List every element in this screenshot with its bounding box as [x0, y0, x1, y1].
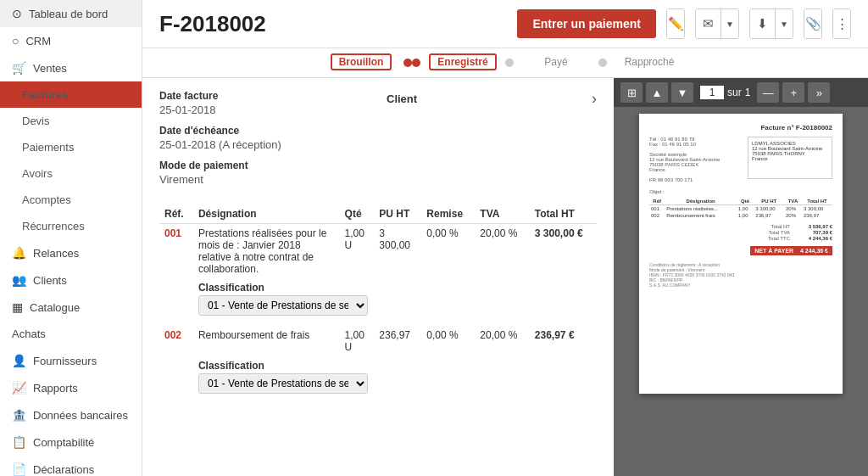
step-rapproche-label: Rapproché [625, 56, 675, 68]
step-connector-1 [403, 59, 420, 67]
cell-designation-0: Prestations réalisées pour le mois de : … [193, 224, 340, 279]
doc-totals: Total HT3 536,97 € Total TVA707,39 € Tot… [649, 224, 832, 255]
cell-pu-ht-1: 236,97 [374, 326, 421, 356]
classification-cell-1: Classification01 - Vente de Prestations … [193, 356, 597, 397]
mode-paiement-label: Mode de paiement [159, 160, 370, 171]
sidebar-item-rapports[interactable]: 📈Rapports [0, 374, 142, 401]
more-icon-btn[interactable]: ⋮ [833, 9, 850, 38]
cell-tva-1: 20,00 % [475, 326, 530, 356]
sidebar-item-tableau-de-bord[interactable]: ⊙Tableau de bord [0, 0, 142, 27]
prev-page-btn[interactable]: ▲ [646, 82, 668, 103]
sidebar-item-recurrences[interactable]: Récurrences [0, 213, 142, 239]
col-tva: TVA [475, 204, 530, 224]
step-enregistre: Enregistré [420, 53, 505, 70]
download-dropdown-btn[interactable]: ▼ [776, 9, 793, 38]
zoom-in-btn[interactable]: + [782, 82, 804, 103]
col-qte: Qté [340, 204, 375, 224]
date-facture-value: 25-01-2018 [159, 104, 370, 116]
step-brouillon: Brouillon [319, 53, 403, 70]
toggle-sidebar-btn[interactable]: ⊞ [620, 82, 643, 103]
dot-enregistre [412, 59, 420, 67]
sidebar-item-label-catalogue: Catalogue [30, 301, 80, 314]
mode-paiement-field: Mode de paiement Virement [159, 160, 370, 186]
sidebar-item-achats[interactable]: Achats [0, 321, 142, 347]
zoom-out-btn[interactable]: — [757, 82, 779, 103]
sidebar-item-avoirs[interactable]: Avoirs [0, 160, 142, 187]
sidebar-item-label-factures: Factures [22, 88, 68, 101]
doc-to: LDMYL ASSOCIES 12 rue Boulevard Saint-An… [748, 137, 832, 179]
cell-total-ht-1: 236,97 € [530, 326, 597, 356]
sidebar-item-factures[interactable]: Factures [0, 81, 142, 108]
page-input[interactable] [700, 86, 724, 99]
sidebar-item-catalogue[interactable]: ▦Catalogue [0, 294, 142, 321]
dot-brouillon [403, 59, 412, 67]
relances-icon: 🔔 [12, 246, 26, 260]
client-arrow-icon[interactable]: › [592, 90, 597, 108]
classification-select-0[interactable]: 01 - Vente de Prestations de services (7… [198, 295, 368, 316]
step-connector-2 [505, 59, 514, 67]
page-header: F-2018002 Entrer un paiement ✏️ ✉ ▼ ⬇ ▼ … [142, 0, 868, 48]
tableau-de-bord-icon: ⊙ [12, 7, 22, 20]
email-dropdown-btn[interactable]: ▼ [721, 9, 738, 38]
dot-paye [505, 59, 514, 67]
doc-footer: Conditions de règlement : A réception Mo… [649, 262, 832, 288]
status-bar: Brouillon Enregistré Payé Rapproché [142, 48, 868, 78]
ventes-icon: 🛒 [12, 61, 26, 75]
spacer-row-0 [159, 319, 597, 326]
sidebar-item-clients[interactable]: 👥Clients [0, 266, 142, 294]
sidebar-item-crm[interactable]: ○CRM [0, 27, 142, 54]
cell-total-ht-0: 3 300,00 € [530, 224, 597, 279]
classification-select-1[interactable]: 01 - Vente de Prestations de services (7… [198, 373, 368, 394]
col-ref: Réf. [159, 204, 193, 224]
classification-row-1: Classification01 - Vente de Prestations … [159, 356, 597, 397]
client-label: Client [387, 92, 417, 105]
cell-ref-0: 001 [159, 224, 193, 279]
donnees-bancaires-icon: 🏦 [12, 408, 26, 422]
cell-tva-0: 20,00 % [475, 224, 530, 279]
doc-from: Tél : 01 46 91 80 79 Fax : 01 46 91 05 1… [649, 137, 743, 182]
sidebar-item-ventes[interactable]: 🛒Ventes [0, 54, 142, 81]
download-button-group: ⬇ ▼ [749, 8, 793, 39]
cell-qte-0: 1,00 U [340, 224, 375, 279]
sidebar-item-label-acomptes: Acomptes [22, 193, 71, 206]
catalogue-icon: ▦ [12, 300, 23, 314]
doc-title: Facture n° F-20180002 [649, 124, 832, 132]
sidebar-item-devis[interactable]: Devis [0, 108, 142, 134]
step-connector-3 [598, 59, 607, 67]
sidebar-item-label-donnees-bancaires: Données bancaires [33, 409, 128, 422]
edit-button-group: ✏️ [666, 8, 685, 39]
sidebar-item-declarations[interactable]: 📄Déclarations [0, 456, 142, 476]
page-info: sur 1 [700, 86, 750, 99]
sidebar-item-label-rapports: Rapports [33, 382, 78, 395]
mode-paiement-value: Virement [159, 173, 370, 186]
sidebar-item-donnees-bancaires[interactable]: 🏦Données bancaires [0, 401, 142, 428]
download-icon-btn[interactable]: ⬇ [750, 9, 776, 38]
sidebar-item-label-avoirs: Avoirs [22, 167, 53, 180]
sidebar-item-label-recurrences: Récurrences [22, 220, 85, 232]
sidebar-item-paiements[interactable]: Paiements [0, 134, 142, 160]
next-section-btn[interactable]: » [808, 82, 830, 103]
edit-icon-btn[interactable]: ✏️ [667, 9, 684, 38]
doc-page: Facture n° F-20180002 Tél : 01 46 91 80 … [639, 114, 843, 394]
attachment-icon-btn[interactable]: 📎 [804, 9, 821, 38]
date-echeance-field: Date d'échéance 25-01-2018 (A réception) [159, 125, 370, 151]
payment-button[interactable]: Entrer un paiement [517, 9, 656, 38]
col-remise: Remise [421, 204, 475, 224]
client-section: Client › [387, 90, 597, 108]
cell-qte-1: 1,00 U [340, 326, 375, 356]
email-icon-btn[interactable]: ✉ [696, 9, 721, 38]
sidebar-item-label-achats: Achats [12, 328, 46, 340]
dot-rapproche [598, 59, 607, 67]
next-page-btn[interactable]: ▼ [671, 82, 693, 103]
sidebar-item-acomptes[interactable]: Acomptes [0, 187, 142, 213]
sidebar-item-comptabilite[interactable]: 📋Comptabilité [0, 428, 142, 456]
classification-label-1: Classification [198, 360, 592, 372]
sidebar-item-label-tableau-de-bord: Tableau de bord [29, 8, 108, 20]
sidebar-item-fournisseurs[interactable]: 👤Fournisseurs [0, 347, 142, 374]
crm-icon: ○ [12, 34, 19, 48]
fournisseurs-icon: 👤 [12, 354, 26, 367]
form-panel: Date facture 25-01-2018 Date d'échéance … [142, 78, 614, 476]
sidebar-item-relances[interactable]: 🔔Relances [0, 239, 142, 266]
invoice-table: Réf. Désignation Qté PU HT Remise TVA To… [159, 204, 597, 404]
declarations-icon: 📄 [12, 462, 26, 476]
